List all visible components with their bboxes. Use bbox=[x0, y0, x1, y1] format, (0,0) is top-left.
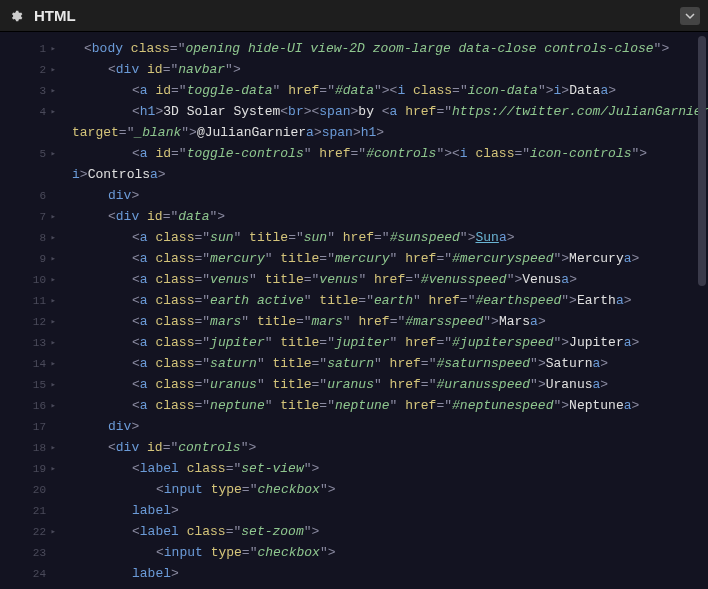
fold-arrow-icon[interactable]: ▸ bbox=[51, 379, 56, 390]
line-number: 12▸ bbox=[0, 311, 56, 332]
fold-arrow-icon[interactable]: ▸ bbox=[51, 400, 56, 411]
line-number: 8▸ bbox=[0, 227, 56, 248]
vertical-scrollbar[interactable] bbox=[698, 36, 706, 286]
gear-icon[interactable] bbox=[8, 8, 24, 24]
line-number: 11▸ bbox=[0, 290, 56, 311]
code-line[interactable]: <div id="controls"> bbox=[56, 437, 708, 458]
fold-arrow-icon[interactable]: ▸ bbox=[51, 148, 56, 159]
line-number: 6 bbox=[0, 185, 56, 206]
code-line[interactable]: <label class="set-view"> bbox=[56, 458, 708, 479]
fold-arrow-icon[interactable]: ▸ bbox=[51, 43, 56, 54]
fold-arrow-icon[interactable]: ▸ bbox=[51, 526, 56, 537]
planet-link-line[interactable]: <a class="earth active" title="earth" hr… bbox=[56, 290, 708, 311]
fold-arrow-icon[interactable]: ▸ bbox=[51, 106, 56, 117]
code-line[interactable]: <input type="checkbox"> bbox=[56, 542, 708, 563]
line-number: 14▸ bbox=[0, 353, 56, 374]
line-number: 13▸ bbox=[0, 332, 56, 353]
code-line[interactable]: label> bbox=[56, 563, 708, 584]
fold-arrow-icon[interactable]: ▸ bbox=[51, 274, 56, 285]
planet-link-line[interactable]: <a class="neptune" title="neptune" href=… bbox=[56, 395, 708, 416]
planet-link-line[interactable]: <a class="sun" title="sun" href="#sunspe… bbox=[56, 227, 708, 248]
collapse-button[interactable] bbox=[680, 7, 700, 25]
code-line[interactable]: <a id="toggle-data" href="#data"><i clas… bbox=[56, 80, 708, 101]
code-line[interactable]: target="_blank">@JulianGarniera>span>h1> bbox=[56, 122, 708, 143]
line-number: 22▸ bbox=[0, 521, 56, 542]
line-number: 3▸ bbox=[0, 80, 56, 101]
fold-arrow-icon[interactable]: ▸ bbox=[51, 337, 56, 348]
fold-arrow-icon[interactable]: ▸ bbox=[51, 358, 56, 369]
fold-arrow-icon[interactable]: ▸ bbox=[51, 85, 56, 96]
editor-header: HTML bbox=[0, 0, 708, 32]
line-gutter: 1▸2▸3▸4▸5▸67▸8▸9▸10▸11▸12▸13▸14▸15▸16▸17… bbox=[0, 32, 56, 589]
line-number: 7▸ bbox=[0, 206, 56, 227]
line-number: 9▸ bbox=[0, 248, 56, 269]
fold-arrow-icon[interactable]: ▸ bbox=[51, 295, 56, 306]
line-number: 20 bbox=[0, 479, 56, 500]
code-line[interactable]: <label class="set-zoom"> bbox=[56, 521, 708, 542]
planet-link-line[interactable]: <a class="saturn" title="saturn" href="#… bbox=[56, 353, 708, 374]
panel-title: HTML bbox=[34, 7, 76, 24]
line-number: 23 bbox=[0, 542, 56, 563]
line-number: 2▸ bbox=[0, 59, 56, 80]
line-number bbox=[0, 164, 56, 185]
code-line[interactable]: <div id="data"> bbox=[56, 206, 708, 227]
line-number: 1▸ bbox=[0, 38, 56, 59]
line-number: 24 bbox=[0, 563, 56, 584]
planet-link-line[interactable]: <a class="mercury" title="mercury" href=… bbox=[56, 248, 708, 269]
line-number bbox=[0, 122, 56, 143]
line-number: 5▸ bbox=[0, 143, 56, 164]
code-line[interactable]: label> bbox=[56, 500, 708, 521]
planet-link-line[interactable]: <a class="jupiter" title="jupiter" href=… bbox=[56, 332, 708, 353]
planet-link-line[interactable]: <a class="uranus" title="uranus" href="#… bbox=[56, 374, 708, 395]
code-line[interactable]: div> bbox=[56, 185, 708, 206]
fold-arrow-icon[interactable]: ▸ bbox=[51, 253, 56, 264]
line-number: 15▸ bbox=[0, 374, 56, 395]
fold-arrow-icon[interactable]: ▸ bbox=[51, 211, 56, 222]
line-number: 21 bbox=[0, 500, 56, 521]
planet-link-line[interactable]: <a class="venus" title="venus" href="#ve… bbox=[56, 269, 708, 290]
code-line[interactable]: <h1>3D Solar System<br><span>by <a href=… bbox=[56, 101, 708, 122]
fold-arrow-icon[interactable]: ▸ bbox=[51, 463, 56, 474]
code-line[interactable]: <a id="toggle-controls" href="#controls"… bbox=[56, 143, 708, 164]
code-line[interactable]: <input type="checkbox"> bbox=[56, 479, 708, 500]
code-line[interactable]: <body class="opening hide-UI view-2D zoo… bbox=[56, 38, 708, 59]
fold-arrow-icon[interactable]: ▸ bbox=[51, 64, 56, 75]
code-line[interactable]: div> bbox=[56, 416, 708, 437]
fold-arrow-icon[interactable]: ▸ bbox=[51, 442, 56, 453]
code-area[interactable]: <body class="opening hide-UI view-2D zoo… bbox=[56, 32, 708, 589]
fold-arrow-icon[interactable]: ▸ bbox=[51, 232, 56, 243]
line-number: 4▸ bbox=[0, 101, 56, 122]
line-number: 16▸ bbox=[0, 395, 56, 416]
line-number: 10▸ bbox=[0, 269, 56, 290]
code-line[interactable]: <div id="navbar"> bbox=[56, 59, 708, 80]
code-line[interactable]: i>Controlsa> bbox=[56, 164, 708, 185]
line-number: 19▸ bbox=[0, 458, 56, 479]
fold-arrow-icon[interactable]: ▸ bbox=[51, 316, 56, 327]
line-number: 18▸ bbox=[0, 437, 56, 458]
planet-link-line[interactable]: <a class="mars" title="mars" href="#mars… bbox=[56, 311, 708, 332]
code-editor[interactable]: 1▸2▸3▸4▸5▸67▸8▸9▸10▸11▸12▸13▸14▸15▸16▸17… bbox=[0, 32, 708, 589]
chevron-down-icon bbox=[685, 11, 695, 21]
line-number: 17 bbox=[0, 416, 56, 437]
